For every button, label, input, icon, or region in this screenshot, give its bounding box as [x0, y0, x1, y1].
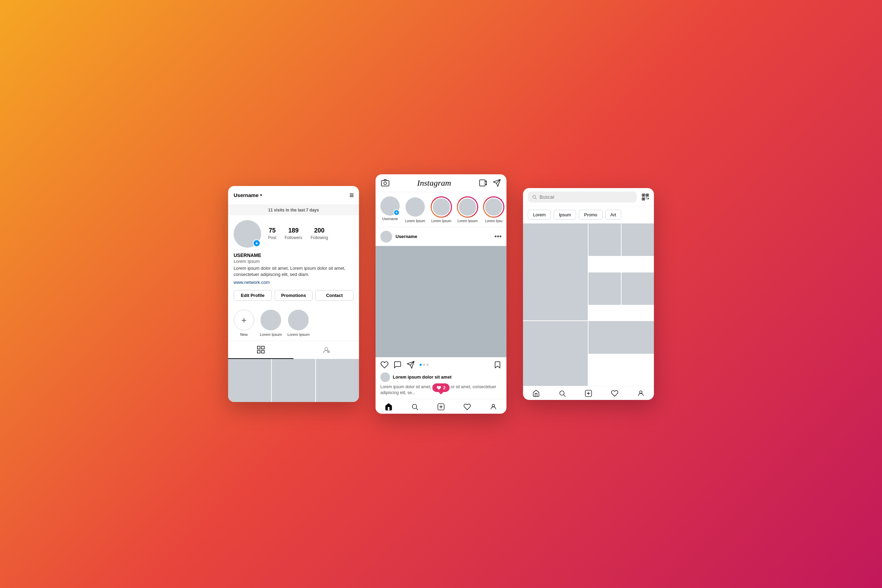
explore-cell[interactable] — [523, 321, 588, 386]
profile-screen: Username ▾ ≡ 11 visits in the last 7 day… — [228, 186, 359, 402]
dot — [423, 364, 425, 366]
svg-rect-20 — [643, 195, 644, 196]
notification-heart-icon — [436, 386, 441, 390]
category-ipsum[interactable]: Ipsum — [554, 210, 576, 220]
story-circle-wrap — [457, 196, 478, 218]
story-item[interactable]: Lorem Ipsum — [430, 196, 452, 223]
heart-icon — [611, 390, 618, 397]
followers-stat[interactable]: 189 Followers — [285, 227, 302, 240]
avatar-wrap: + — [234, 220, 261, 248]
nav-home[interactable] — [375, 403, 402, 411]
posts-label: Post — [268, 235, 276, 240]
grid-cell[interactable] — [272, 359, 315, 402]
add-story-button[interactable]: + — [253, 239, 261, 247]
story-item[interactable]: Lorem Ipsum — [457, 196, 478, 223]
highlight-item-1[interactable]: Lorem Ipsum — [260, 310, 282, 336]
edit-profile-button[interactable]: Edit Profile — [234, 290, 272, 301]
profile-category: Lorem Ipsum — [234, 259, 354, 264]
send-icon[interactable] — [493, 179, 501, 187]
story-label: Username — [382, 217, 398, 221]
search-icon — [558, 390, 566, 397]
tab-grid[interactable] — [228, 341, 294, 359]
person-tag-icon — [322, 346, 330, 354]
post-user[interactable]: Username — [380, 231, 417, 243]
category-art[interactable]: Art — [605, 210, 621, 220]
visits-bar: 11 visits in the last 7 days — [228, 205, 359, 215]
bottom-nav — [523, 386, 654, 400]
explore-cell[interactable] — [621, 273, 654, 305]
profile-bio: Lorem ipsum dolor sit amet, Lorem ipsum … — [234, 265, 354, 278]
search-input[interactable] — [540, 194, 633, 200]
svg-line-24 — [564, 395, 566, 396]
svg-line-16 — [536, 198, 536, 199]
profile-username: USERNAME — [234, 252, 354, 258]
highlight-new[interactable]: + New — [234, 310, 254, 336]
menu-icon[interactable]: ≡ — [350, 191, 354, 200]
explore-cell[interactable] — [621, 224, 654, 256]
share-icon[interactable] — [406, 361, 415, 369]
category-lorem[interactable]: Lorem — [528, 210, 551, 220]
svg-point-28 — [639, 391, 642, 393]
story-item[interactable]: Lorem Ipsu — [483, 196, 504, 223]
explore-cell-tall[interactable] — [523, 224, 588, 320]
promotions-button[interactable]: Promotions — [274, 290, 313, 301]
post-options-icon[interactable]: ••• — [494, 232, 502, 240]
feed-header: Instagram — [375, 174, 507, 192]
bookmark-icon[interactable] — [494, 361, 502, 369]
stats-row: 75 Post 189 Followers 200 Following — [268, 227, 328, 240]
post-header: Username ••• — [375, 227, 507, 246]
left-actions — [380, 361, 429, 369]
explore-screen: Lorem Ipsum Promo Art — [523, 188, 654, 400]
svg-point-23 — [560, 391, 564, 395]
home-icon — [384, 403, 393, 411]
svg-rect-2 — [257, 350, 260, 353]
svg-point-4 — [325, 348, 328, 350]
like-icon[interactable] — [380, 361, 388, 369]
story-label: Lorem Ipsu — [485, 219, 502, 223]
nav-add[interactable] — [428, 403, 454, 411]
story-circle-wrap — [405, 196, 426, 218]
explore-cell-wide[interactable] — [588, 321, 654, 354]
grid-cell[interactable] — [228, 359, 271, 402]
following-stat[interactable]: 200 Following — [310, 227, 328, 240]
grid-cell[interactable] — [316, 359, 359, 402]
camera-icon[interactable] — [381, 179, 389, 187]
highlight-item-2[interactable]: Lorem Ipsum — [287, 310, 309, 336]
svg-rect-3 — [261, 350, 264, 353]
story-label: Lorem Ipsum — [431, 219, 452, 223]
chevron-down-icon: ▾ — [260, 193, 262, 197]
tab-tagged[interactable] — [294, 341, 359, 359]
qr-icon[interactable] — [642, 193, 649, 201]
visits-text: visits in the last 7 days — [274, 208, 319, 213]
igtv-icon[interactable] — [479, 179, 487, 187]
explore-cell[interactable] — [588, 224, 621, 256]
story-own[interactable]: + Username — [380, 196, 400, 223]
nav-profile[interactable] — [628, 390, 654, 397]
svg-rect-0 — [257, 346, 260, 349]
svg-point-14 — [492, 404, 494, 407]
nav-search[interactable] — [402, 403, 428, 411]
grid-icon — [257, 346, 265, 353]
category-promo[interactable]: Promo — [579, 210, 602, 220]
nav-add[interactable] — [575, 390, 602, 397]
story-circle-wrap — [483, 196, 504, 218]
followers-label: Followers — [285, 235, 302, 240]
visits-count: 11 — [268, 208, 273, 213]
story-item[interactable]: Lorem Ipsum — [405, 196, 426, 223]
following-count: 200 — [310, 227, 328, 234]
highlight-2-label: Lorem Ipsum — [287, 332, 309, 336]
explore-cell[interactable] — [588, 273, 621, 305]
nav-home[interactable] — [523, 390, 549, 397]
nav-search[interactable] — [549, 390, 575, 397]
nav-heart[interactable] — [602, 390, 628, 397]
profile-link[interactable]: www.network.com — [234, 280, 270, 285]
username-dropdown[interactable]: Username ▾ — [234, 192, 262, 198]
post-avatar — [380, 231, 392, 243]
followers-count: 189 — [285, 227, 302, 234]
contact-button[interactable]: Contact — [315, 290, 354, 301]
following-label: Following — [310, 235, 328, 240]
comment-icon[interactable] — [393, 361, 402, 369]
nav-heart[interactable] — [454, 403, 480, 411]
nav-profile[interactable] — [480, 403, 507, 411]
svg-rect-22 — [643, 198, 644, 200]
